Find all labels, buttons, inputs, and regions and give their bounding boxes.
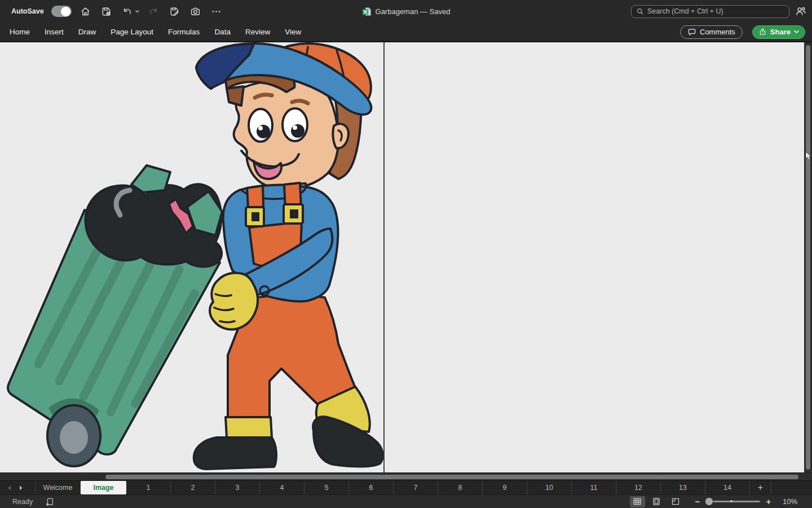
status-ready-label: Ready — [0, 498, 33, 506]
ellipsis-icon — [211, 6, 222, 17]
menu-tab-view[interactable]: View — [277, 23, 308, 42]
page-break-icon — [670, 497, 681, 506]
share-icon — [758, 28, 767, 36]
search-box[interactable] — [631, 5, 789, 18]
vertical-scrollbar[interactable] — [804, 42, 812, 472]
next-sheet-button[interactable] — [19, 484, 24, 492]
document-title: Garbageman — Saved — [376, 7, 451, 16]
menu-tab-formulas[interactable]: Formulas — [161, 23, 207, 42]
save-edit-icon — [169, 6, 180, 17]
sheet-tab-6[interactable]: 6 — [349, 481, 394, 494]
zoom-controls: − + — [692, 497, 774, 506]
share-button[interactable]: Share — [752, 25, 805, 39]
sheet-tab-welcome[interactable]: Welcome — [35, 481, 81, 494]
menu-tab-home[interactable]: Home — [2, 23, 37, 42]
menu-tab-draw[interactable]: Draw — [71, 23, 104, 42]
sheet-tab-8[interactable]: 8 — [438, 481, 483, 494]
excel-file-icon — [362, 7, 372, 16]
sheet-tab-4[interactable]: 4 — [260, 481, 304, 494]
camera-icon — [190, 6, 201, 17]
presence-button[interactable] — [794, 4, 807, 19]
redo-icon — [148, 6, 159, 17]
status-bar: Ready − + 10% — [0, 494, 812, 508]
zoom-slider[interactable] — [706, 501, 760, 502]
sheet-tab-7[interactable]: 7 — [394, 481, 438, 494]
page-layout-view-button[interactable] — [649, 496, 664, 507]
sheet-tab-5[interactable]: 5 — [304, 481, 349, 494]
page-layout-icon — [651, 497, 661, 506]
horizontal-scrollbar-thumb[interactable] — [105, 475, 798, 479]
sheet-tab-10[interactable]: 10 — [527, 481, 572, 494]
window-titlebar: AutoSave — [0, 0, 812, 23]
menu-tab-review[interactable]: Review — [238, 23, 277, 42]
worksheet-canvas[interactable] — [0, 42, 812, 480]
mouse-cursor — [805, 151, 811, 161]
sheet-tab-13[interactable]: 13 — [661, 481, 705, 494]
horizontal-scrollbar[interactable] — [0, 472, 812, 480]
sheet-tab-9[interactable]: 9 — [483, 481, 527, 494]
comments-label: Comments — [700, 28, 735, 36]
screenshot-button[interactable] — [189, 4, 202, 19]
more-toolbar-button[interactable] — [210, 4, 223, 19]
zoom-slider-thumb[interactable] — [705, 497, 713, 506]
page-boundary-line — [383, 42, 385, 472]
home-button[interactable] — [79, 4, 92, 19]
undo-button[interactable] — [121, 4, 134, 19]
sheet-tab-11[interactable]: 11 — [572, 481, 616, 494]
undo-chevron-icon[interactable] — [135, 9, 140, 14]
normal-view-button[interactable] — [630, 496, 645, 507]
sheet-tab-14[interactable]: 14 — [705, 481, 750, 494]
save-button[interactable] — [100, 4, 113, 19]
zoom-in-button[interactable]: + — [764, 497, 774, 506]
sheet-tab-1[interactable]: 1 — [126, 481, 171, 494]
menu-tab-insert[interactable]: Insert — [37, 23, 71, 42]
sheet-tab-3[interactable]: 3 — [215, 481, 260, 494]
redo-button[interactable] — [147, 4, 161, 19]
autosave-toggle[interactable] — [51, 6, 72, 17]
zoom-percentage[interactable]: 10% — [783, 497, 812, 506]
search-input[interactable] — [647, 7, 784, 15]
sheet-tab-12[interactable]: 12 — [616, 481, 661, 494]
embedded-picture-garbageman[interactable] — [0, 42, 384, 480]
undo-icon — [122, 6, 133, 17]
macro-icon — [45, 497, 54, 506]
search-icon — [636, 7, 644, 15]
home-icon — [80, 6, 91, 17]
zoom-slider-tick — [730, 500, 732, 502]
excel-window: AutoSave — [0, 0, 812, 508]
vertical-scrollbar-thumb[interactable] — [806, 45, 810, 470]
grid-view-icon — [632, 497, 642, 506]
comments-button[interactable]: Comments — [680, 25, 743, 39]
people-icon — [795, 6, 806, 17]
sheet-tab-bar: Welcome Image 1 2 3 4 5 6 7 8 9 10 11 12… — [0, 480, 812, 494]
zoom-out-button[interactable]: − — [692, 497, 703, 506]
prev-sheet-button[interactable] — [7, 484, 12, 492]
sheet-tab-image[interactable]: Image — [81, 481, 126, 494]
toggle-knob — [61, 7, 70, 16]
garbage-bin — [8, 165, 222, 466]
ribbon-tab-bar: Home Insert Draw Page Layout Formulas Da… — [0, 23, 812, 42]
autosave-label: AutoSave — [11, 7, 44, 15]
menu-tab-page-layout[interactable]: Page Layout — [103, 23, 161, 42]
share-label: Share — [770, 28, 791, 36]
menu-tab-data[interactable]: Data — [207, 23, 238, 42]
save-icon — [101, 6, 112, 17]
page-break-preview-button[interactable] — [668, 496, 683, 507]
sheet-tab-2[interactable]: 2 — [171, 481, 215, 494]
share-chevron-icon — [794, 30, 799, 34]
save-as-button[interactable] — [168, 4, 182, 19]
record-macro-button[interactable] — [45, 497, 54, 506]
add-sheet-button[interactable]: + — [750, 481, 771, 494]
comment-bubble-icon — [687, 28, 696, 37]
